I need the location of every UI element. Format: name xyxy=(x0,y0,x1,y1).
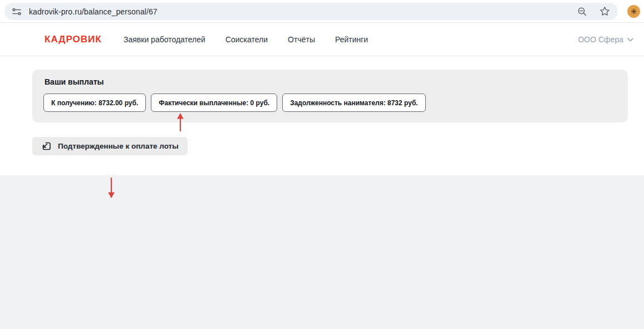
confirmed-lots-button[interactable]: Подтвержденные к оплате лоты xyxy=(32,137,188,155)
chip-actually-paid[interactable]: Фактически выплаченные: 0 руб. xyxy=(151,94,277,112)
main-nav: Заявки работодателей Соискатели Отчёты Р… xyxy=(124,23,368,56)
browser-toolbar: kadrovik-pro.ru/balance_personal/67 ✳ xyxy=(0,0,644,23)
nav-item-applicants[interactable]: Соискатели xyxy=(225,35,268,44)
chip-to-receive[interactable]: К получению: 8732.00 руб. xyxy=(43,94,146,112)
payments-panel: Ваши выплаты К получению: 8732.00 руб. Ф… xyxy=(32,70,628,122)
chevron-down-icon xyxy=(627,38,633,42)
account-menu[interactable]: ООО Сфера xyxy=(578,23,633,56)
bookmark-star-icon[interactable] xyxy=(599,6,610,17)
nav-item-reports[interactable]: Отчёты xyxy=(288,35,315,44)
box-arrow-in-icon xyxy=(41,141,52,151)
url-text[interactable]: kadrovik-pro.ru/balance_personal/67 xyxy=(29,7,158,16)
confirmed-lots-label: Подтвержденные к оплате лоты xyxy=(58,142,179,150)
nav-item-ratings[interactable]: Рейтинги xyxy=(335,35,368,44)
balance-section: Отправитель платежа Итого Оплата Задолже… xyxy=(0,175,644,329)
profile-avatar[interactable]: ✳ xyxy=(627,5,640,18)
site-logo[interactable]: КАДРОВИК xyxy=(45,23,102,56)
nav-item-employer-requests[interactable]: Заявки работодателей xyxy=(124,35,205,44)
payments-title: Ваши выплаты xyxy=(45,77,104,86)
payments-chips: К получению: 8732.00 руб. Фактически вып… xyxy=(43,94,426,112)
account-name: ООО Сфера xyxy=(578,35,623,44)
site-settings-tune-icon[interactable] xyxy=(12,8,22,16)
chip-employer-debt[interactable]: Задолженность нанимателя: 8732 руб. xyxy=(282,94,425,112)
zoom-out-icon[interactable] xyxy=(577,7,587,17)
address-bar[interactable]: kadrovik-pro.ru/balance_personal/67 xyxy=(4,3,618,20)
site-header: КАДРОВИК Заявки работодателей Соискатели… xyxy=(0,23,644,56)
